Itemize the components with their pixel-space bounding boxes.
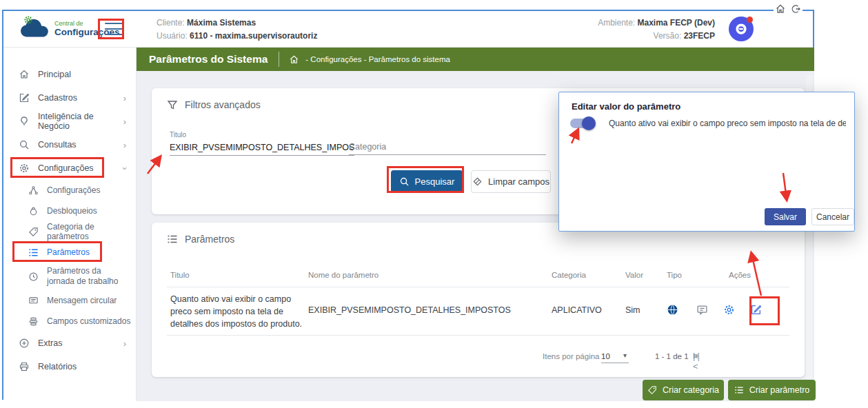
- cancel-button[interactable]: Cancelar: [811, 208, 854, 225]
- comment-action-icon[interactable]: [696, 304, 708, 316]
- edit-action-icon[interactable]: [750, 304, 762, 316]
- sidebar-item-label: Relatórios: [38, 362, 77, 371]
- sidebar-item-consultas[interactable]: Consultas ›: [3, 133, 136, 156]
- sidebar-item-label: Extras: [38, 338, 62, 348]
- search-button-label: Pesquisar: [415, 176, 455, 187]
- gear-icon: [19, 163, 30, 174]
- clock-icon: [28, 272, 39, 282]
- page-title-bar: Parâmetros do Sistema - Configurações - …: [137, 48, 814, 71]
- gear-action-icon[interactable]: [723, 304, 735, 316]
- stack-icon: [28, 316, 39, 327]
- sidebar-item-label: Parâmetros: [47, 247, 90, 257]
- sidebar-item-label: Configurações: [38, 163, 94, 173]
- titulo-field-label: Titulo: [170, 131, 354, 139]
- breadcrumb: - Configurações - Parâmetros do sistema: [305, 55, 450, 63]
- sidebar-item-label: Cadastros: [38, 93, 77, 103]
- chat-widget-icon[interactable]: [729, 17, 754, 41]
- sidebar-subitem-categoria-parametros[interactable]: Categoria de parâmetros: [3, 221, 136, 242]
- table-divider: [167, 287, 789, 287]
- cell-valor: Sim: [625, 305, 640, 315]
- filter-icon: [167, 99, 178, 110]
- sidebar-item-cadastros[interactable]: Cadastros ›: [3, 86, 136, 110]
- edit-parameter-modal: Editar valor do parâmetro Quanto ativo v…: [558, 92, 855, 232]
- table-divider: [167, 335, 789, 336]
- sidebar-item-label: Inteligência de Negócio: [38, 112, 123, 131]
- tag-icon: [647, 385, 657, 395]
- tag-icon: [28, 227, 39, 237]
- logo-gear-icon: [23, 15, 33, 25]
- search-button[interactable]: Pesquisar: [391, 170, 463, 193]
- globe-icon: [667, 304, 678, 316]
- sidebar-item-inteligencia[interactable]: Inteligência de Negócio ›: [3, 110, 136, 133]
- sidebar-subitem-mensagem-circular[interactable]: Mensagem circular: [3, 290, 136, 311]
- titulo-input[interactable]: [170, 141, 354, 156]
- breadcrumb-home-icon[interactable]: [289, 54, 299, 65]
- home-icon[interactable]: [775, 3, 786, 14]
- sidebar-item-label: Consultas: [38, 140, 77, 150]
- cell-categoria: APLICATIVO: [552, 305, 602, 315]
- toggle-label: Quanto ativo vai exibir o campo preco se…: [609, 119, 846, 128]
- sidebar-item-relatorios[interactable]: Relatórios: [3, 355, 136, 378]
- page-title: Parâmetros do Sistema: [149, 53, 268, 65]
- page-range: 1 - 1 de 1: [655, 352, 689, 360]
- clear-fields-button[interactable]: Limpar campos: [471, 170, 551, 193]
- menu-icon[interactable]: [105, 21, 124, 37]
- sidebar-subitem-parametros-jornada[interactable]: Parâmetros da jornada de trabalho: [3, 263, 136, 290]
- plus-circle-icon: [19, 338, 30, 349]
- user-value: 6110 - maxima.supervisorautoriz: [190, 31, 317, 41]
- sidebar-subitem-desbloqueios[interactable]: Desbloqueios: [3, 201, 136, 221]
- search-icon: [19, 139, 30, 150]
- sidebar-item-label: Parâmetros da jornada de trabalho: [47, 266, 124, 287]
- create-category-label: Criar categoria: [663, 385, 719, 395]
- sidebar-subitem-parametros[interactable]: Parâmetros: [3, 242, 136, 263]
- caret-down-icon[interactable]: ▾: [623, 351, 627, 359]
- sidebar-subitem-campos-customizados[interactable]: Campos customizados: [3, 311, 136, 332]
- sidebar-item-configuracoes[interactable]: Configurações ›: [3, 156, 136, 180]
- titulo-field: Titulo: [170, 131, 354, 156]
- last-page-button[interactable]: >|: [693, 351, 699, 361]
- client-value: Máxima Sistemas: [187, 18, 256, 28]
- create-parameter-label: Criar parâmetro: [749, 385, 810, 395]
- sidebar-subitem-configuracoes[interactable]: Configurações: [3, 180, 136, 201]
- app-header: Central de Configurações Cliente: Máxima…: [3, 11, 813, 48]
- sidebar-item-label: Campos customizados: [47, 316, 130, 326]
- user-label: Usuário:: [157, 31, 188, 41]
- sidebar-item-label: Principal: [38, 70, 71, 79]
- nodes-icon: [28, 185, 39, 196]
- unlock-icon: [28, 206, 39, 216]
- parameter-toggle[interactable]: [570, 119, 594, 128]
- version-label: Versão:: [654, 31, 682, 41]
- clear-icon: [472, 176, 483, 187]
- parameters-heading-label: Parâmetros: [185, 234, 234, 245]
- create-category-button[interactable]: Criar categoria: [643, 380, 724, 400]
- logout-icon[interactable]: [790, 3, 801, 14]
- notification-dot: [747, 17, 753, 23]
- page: Central de Configurações Cliente: Máxima…: [0, 0, 868, 408]
- toggle-row: Quanto ativo vai exibir o campo preco se…: [570, 119, 846, 128]
- clear-fields-button-label: Limpar campos: [488, 176, 549, 187]
- row-actions: [696, 304, 762, 316]
- environment-info: Ambiente: Maxima FECP (Dev) Versão: 23FE…: [598, 17, 715, 43]
- message-icon: [28, 296, 39, 306]
- parameters-card: Parâmetros Titulo Nome do parâmetro Cate…: [152, 223, 805, 377]
- list-icon: [734, 385, 744, 395]
- list-icon: [167, 234, 178, 245]
- create-parameter-button[interactable]: Criar parâmetro: [728, 380, 816, 400]
- edit-square-icon: [19, 92, 30, 103]
- sidebar-item-principal[interactable]: Principal: [3, 63, 136, 86]
- chevron-down-icon: ›: [119, 167, 130, 170]
- save-button[interactable]: Salvar: [765, 208, 806, 225]
- cloud-logo-icon: [19, 17, 50, 39]
- sidebar: Principal Cadastros › Inteligência de Ne…: [3, 48, 137, 401]
- filters-heading-label: Filtros avançados: [185, 99, 261, 110]
- chevron-right-icon: ›: [123, 93, 126, 103]
- title-divider: [279, 52, 279, 67]
- environment-label: Ambiente:: [598, 18, 635, 28]
- client-info: Cliente: Máxima Sistemas Usuário: 6110 -…: [157, 17, 317, 43]
- column-titulo: Titulo: [170, 271, 190, 279]
- lightbulb-icon: [19, 116, 30, 127]
- sidebar-item-extras[interactable]: Extras ›: [3, 332, 136, 355]
- categoria-input[interactable]: [349, 141, 546, 155]
- chevron-right-icon: ›: [123, 140, 126, 150]
- chevron-right-icon: ›: [123, 338, 126, 349]
